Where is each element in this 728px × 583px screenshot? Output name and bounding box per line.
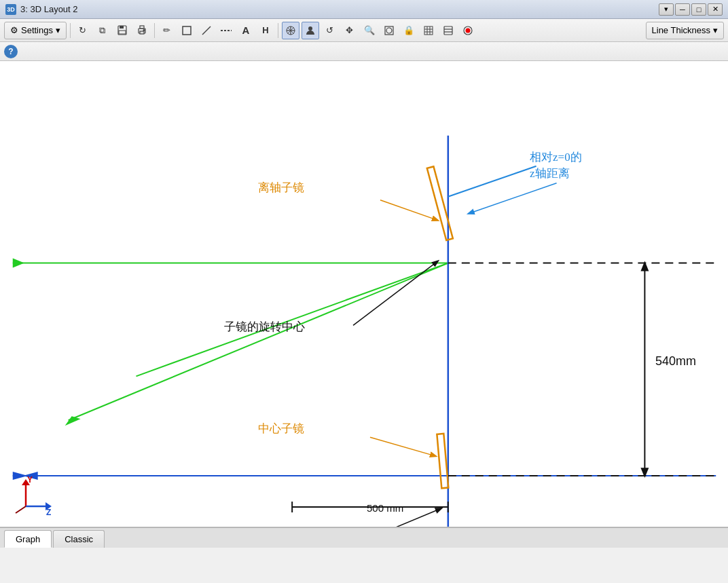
close-btn[interactable]: ✕ [708, 3, 723, 16]
svg-rect-18 [424, 26, 433, 35]
svg-line-37 [448, 166, 536, 197]
lock-button[interactable]: 🔒 [400, 22, 418, 39]
title-bar-left: 3D 3: 3D Layout 2 [5, 4, 78, 15]
record-button[interactable] [459, 22, 477, 39]
svg-point-27 [465, 28, 470, 33]
svg-line-8 [202, 26, 211, 35]
svg-text:Y: Y [27, 476, 33, 485]
svg-line-53 [370, 437, 436, 456]
title-bar-controls: ▾ ─ □ ✕ [659, 3, 723, 16]
svg-text:Z: Z [46, 508, 51, 516]
tab-bar: Graph Classic [0, 527, 728, 548]
svg-marker-32 [65, 416, 81, 426]
help-toolbar: ? [0, 42, 728, 61]
maximize-btn[interactable]: □ [691, 3, 706, 16]
axis-indicator: Y Z [12, 476, 53, 516]
svg-line-54 [360, 508, 441, 527]
zoom-in-button[interactable]: 🔍 [361, 22, 378, 39]
star-tool-button[interactable] [282, 22, 299, 39]
settings-button[interactable]: ⚙ Settings ▾ [4, 22, 67, 39]
settings-dropdown-icon: ▾ [56, 25, 60, 35]
layers-button[interactable] [439, 22, 457, 39]
minimize-btn[interactable]: ─ [675, 3, 690, 16]
arrow-tool-button[interactable]: H [257, 22, 274, 39]
grid-button[interactable] [420, 22, 437, 39]
svg-point-17 [386, 28, 392, 33]
pencil-button[interactable]: ✏ [158, 22, 176, 39]
svg-line-51 [469, 183, 557, 214]
svg-rect-1 [120, 26, 124, 29]
svg-rect-38 [427, 166, 453, 240]
save-button[interactable] [113, 22, 131, 39]
title-bar: 3D 3: 3D Layout 2 ▾ ─ □ ✕ [0, 0, 728, 19]
rectangle-button[interactable] [178, 22, 196, 39]
toolbar-separator-1 [70, 23, 71, 38]
toolbar-separator-3 [278, 23, 278, 38]
rotate-button[interactable]: ↺ [321, 22, 339, 39]
canvas-area[interactable]: 离轴子镜 相对z=0的z轴距离 子镜的旋转中心 中心子镜 所有子镜的局部XY平面… [0, 61, 728, 527]
settings-label: Settings [21, 25, 53, 35]
print-button[interactable] [133, 22, 151, 39]
svg-line-30 [69, 263, 448, 421]
person-icon-button[interactable] [302, 22, 319, 39]
svg-line-50 [380, 200, 438, 221]
help-button[interactable]: ? [4, 45, 18, 58]
settings-icon: ⚙ [10, 25, 18, 35]
svg-marker-31 [13, 259, 24, 268]
dash-line-button[interactable] [217, 22, 235, 39]
svg-line-61 [16, 506, 26, 513]
line-thickness-label: Line Thickness [652, 25, 710, 35]
toolbar-separator-2 [154, 23, 155, 38]
app-icon: 3D [5, 4, 16, 15]
svg-line-29 [136, 263, 448, 377]
refresh-button[interactable]: ↻ [74, 22, 92, 39]
toolbar: ⚙ Settings ▾ ↻ ⧉ ✏ A H ↺ ✥ 🔍 🔒 L [0, 19, 728, 42]
svg-point-6 [143, 29, 145, 31]
pan-button[interactable]: ✥ [341, 22, 359, 39]
tab-classic[interactable]: Classic [53, 530, 105, 548]
line-thickness-dropdown-icon: ▾ [713, 25, 718, 35]
window-title: 3: 3D Layout 2 [20, 4, 78, 14]
layout-canvas [0, 61, 728, 527]
svg-rect-4 [140, 26, 144, 29]
svg-point-15 [308, 26, 312, 31]
svg-rect-7 [183, 26, 191, 35]
line-button[interactable] [198, 22, 215, 39]
text-button[interactable]: A [237, 22, 255, 39]
line-thickness-button[interactable]: Line Thickness ▾ [646, 22, 724, 39]
svg-rect-5 [140, 31, 144, 34]
tab-graph[interactable]: Graph [4, 530, 52, 548]
zoom-fit-button[interactable] [380, 22, 398, 39]
svg-rect-2 [119, 31, 126, 34]
svg-rect-23 [444, 26, 452, 35]
dropdown-btn[interactable]: ▾ [659, 3, 674, 16]
svg-rect-39 [437, 434, 448, 488]
copy-layout-button[interactable]: ⧉ [94, 22, 111, 39]
